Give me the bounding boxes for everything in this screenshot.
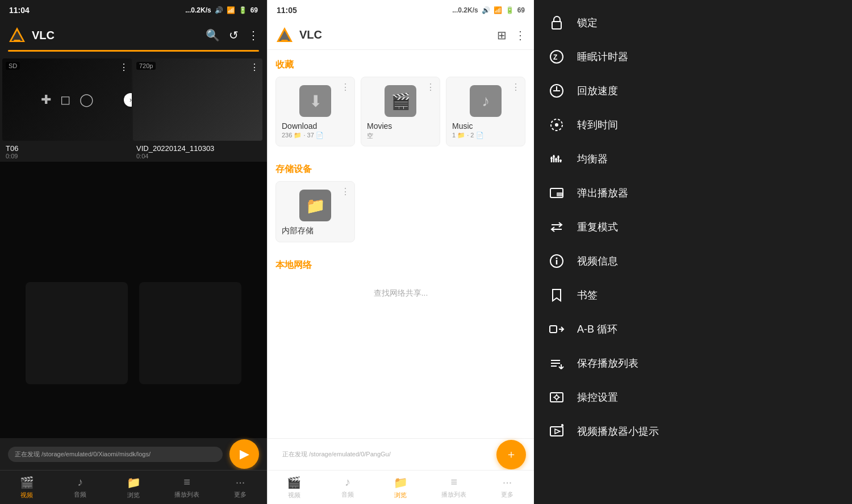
eq-icon [548,150,566,168]
stop-icon: ◻ [60,93,70,107]
music-folder-menu[interactable]: ⋮ [511,82,520,93]
video-grid: SD ⋮ ✚ ◻ ◯ › 720p ⋮ T06 0:09 VID_2022012 [0,56,267,162]
svg-marker-38 [555,429,560,434]
movies-folder-menu[interactable]: ⋮ [426,82,435,93]
menu-item-repeat[interactable]: 重复模式 [534,210,852,244]
left-wifi-icon: 📶 [227,6,235,14]
searching-text: 查找网络共享... [275,277,526,310]
folder-internal[interactable]: 📁 内部存储 ⋮ [275,181,355,242]
left-app-title: VLC [32,29,200,42]
nav-browse[interactable]: 📁 浏览 [107,471,160,504]
menu-item-ab-loop[interactable]: A-B 循环 [534,312,852,346]
center-nav-browse[interactable]: 📁 浏览 [374,471,428,504]
center-discovering-text: 正在发现 /storage/emulated/0/PangGu/ [275,447,490,462]
history-icon[interactable]: ↺ [229,28,239,42]
more-icon[interactable]: ⋮ [248,28,259,42]
video-info-2: VID_20220124_110303 0:04 [133,142,262,159]
collections-grid: ⬇ Download 236 📁 · 37 📄 ⋮ 🎬 Movies 空 ⋮ ♪ [275,77,526,146]
folder-movies[interactable]: 🎬 Movies 空 ⋮ [361,77,440,146]
left-status-bar: 11:04 ...0.2K/s 🔊 📶 🔋 69 [0,0,267,20]
menu-speed-label: 回放速度 [577,84,618,98]
center-nav-more-label: 更多 [501,490,513,499]
video-thumb-1[interactable]: SD ⋮ ✚ ◻ ◯ › [2,58,132,141]
center-panel: 11:05 ...0.2K/s 🔊 📶 🔋 69 VLC ⊞ ⋮ 收藏 [267,0,534,504]
svg-rect-28 [550,326,557,333]
nav-more-icon: ··· [236,476,245,489]
menu-ab-loop-label: A-B 循环 [577,322,617,336]
center-bottom-nav: 🎬 视频 ♪ 音频 📁 浏览 ≡ 播放列表 ··· 更多 [268,470,534,504]
menu-save-playlist-label: 保存播放列表 [577,356,638,370]
menu-item-speed[interactable]: 回放速度 [534,74,852,108]
folder-music[interactable]: ♪ Music 1 📁 · 2 📄 ⋮ [446,77,525,146]
left-panel: 11:04 ...0.2K/s 🔊 📶 🔋 69 VLC 🔍 ↺ ⋮ SD [0,0,267,504]
menu-item-popup[interactable]: 弹出播放器 [534,176,852,210]
menu-item-control-settings[interactable]: 操控设置 [534,380,852,414]
center-bottom-bar: 正在发现 /storage/emulated/0/PangGu/ ＋ [268,438,534,470]
repeat-icon [548,218,566,236]
download-folder-name: Download [282,121,317,131]
internal-storage-icon: 📁 [306,196,325,215]
menu-item-lock[interactable]: 锁定 [534,6,852,40]
nav-playlist[interactable]: ≡ 播放列表 [160,471,214,504]
svg-text:Z: Z [553,53,557,61]
video-thumb-2[interactable]: 720p ⋮ [133,58,262,141]
menu-item-save-playlist[interactable]: 保存播放列表 [534,346,852,380]
music-folder-icon-wrap: ♪ [470,85,502,117]
svg-point-12 [555,123,558,127]
video-name-2: VID_20220124_110303 [136,144,259,153]
center-battery-pct: 69 [517,6,525,14]
center-more-icon[interactable]: ⋮ [515,28,526,42]
center-nav-audio-icon: ♪ [345,476,350,489]
video-info-1: T06 0:09 [2,142,132,159]
menu-lock-label: 锁定 [577,16,598,30]
menu-item-info[interactable]: 视频信息 [534,244,852,278]
nav-audio[interactable]: ♪ 音频 [53,471,107,504]
left-battery-pct: 69 [250,6,258,14]
menu-popup-label: 弹出播放器 [577,186,628,200]
center-nav-audio[interactable]: ♪ 音频 [321,471,374,504]
storage-header: 存储设备 [275,154,526,181]
nav-audio-icon: ♪ [77,476,83,489]
info-icon [548,252,566,270]
center-grid-icon[interactable]: ⊞ [497,28,507,42]
play-fab-center[interactable]: ＋ [496,440,526,469]
center-nav-more[interactable]: ··· 更多 [481,471,534,504]
menu-item-video-tips[interactable]: 视频播放器小提示 [534,414,852,448]
music-icon: ♪ [482,92,490,110]
center-battery: 🔋 [506,6,514,14]
nav-more[interactable]: ··· 更多 [214,471,267,504]
menu-item-bookmark[interactable]: 书签 [534,278,852,312]
center-header-icons: ⊞ ⋮ [497,28,526,42]
menu-info-label: 视频信息 [577,254,618,268]
movies-folder-icon-wrap: 🎬 [385,85,416,117]
center-nav-playlist[interactable]: ≡ 播放列表 [427,471,481,504]
center-vlc-logo-icon [275,26,294,44]
svg-rect-5 [281,40,288,42]
search-icon[interactable]: 🔍 [206,28,220,42]
menu-item-sleep[interactable]: Z 睡眠计时器 [534,40,852,74]
ab-loop-icon [548,320,566,338]
internal-folder-name: 内部存储 [282,226,314,236]
center-nav-video-label: 视频 [288,491,300,499]
play-fab-left[interactable]: ▶ [229,439,259,469]
header-underline [8,50,259,52]
svg-point-27 [556,258,558,259]
menu-item-eq[interactable]: 均衡器 [534,142,852,176]
movies-folder-meta: 空 [367,132,373,140]
internal-folder-menu[interactable]: ⋮ [341,186,350,197]
left-app-header: VLC 🔍 ↺ ⋮ [0,20,267,50]
download-folder-menu[interactable]: ⋮ [341,82,350,93]
nav-video[interactable]: 🎬 视频 [0,471,53,504]
menu-item-goto-time[interactable]: 转到时间 [534,108,852,142]
left-battery: 🔋 [239,6,247,14]
center-app-header: VLC ⊞ ⋮ [268,20,534,50]
save-playlist-icon [548,354,566,372]
sleep-icon: Z [548,48,566,66]
menu-sleep-label: 睡眠计时器 [577,50,628,64]
folder-download[interactable]: ⬇ Download 236 📁 · 37 📄 ⋮ [275,77,355,146]
left-time: 11:04 [9,6,30,15]
download-folder-icon-wrap: ⬇ [299,85,331,117]
video-menu-2[interactable]: ⋮ [250,62,259,73]
center-nav-video[interactable]: 🎬 视频 [268,471,321,504]
music-folder-name: Music [452,121,473,131]
